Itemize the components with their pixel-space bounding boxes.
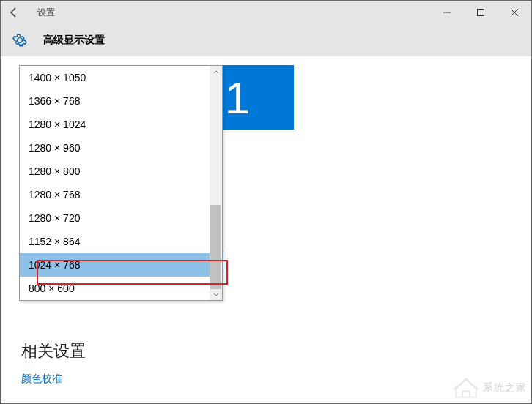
maximize-icon (476, 8, 485, 17)
svg-rect-1 (478, 10, 484, 16)
resolution-option[interactable]: 1400 × 1050 (20, 66, 222, 89)
watermark: 系统之家 (454, 377, 527, 399)
watermark-text: 系统之家 (483, 381, 527, 394)
related-settings-heading: 相关设置 (21, 340, 86, 362)
close-button[interactable] (498, 1, 531, 24)
resolution-option[interactable]: 1280 × 960 (20, 136, 222, 160)
scrollbar-thumb[interactable] (210, 205, 221, 289)
resolution-option[interactable]: 800 × 600 (20, 277, 222, 300)
dropdown-list: 1400 × 1050 1366 × 768 1280 × 1024 1280 … (20, 66, 222, 300)
chevron-up-icon (213, 70, 219, 75)
arrow-left-icon (8, 7, 20, 18)
dropdown-scrollbar[interactable] (210, 66, 222, 300)
page-title: 高级显示设置 (43, 34, 105, 47)
resolution-option-selected[interactable]: 1024 × 768 (20, 253, 222, 277)
minimize-button[interactable] (430, 1, 464, 24)
gear-icon (12, 33, 27, 48)
resolution-dropdown[interactable]: 1400 × 1050 1366 × 768 1280 × 1024 1280 … (19, 65, 223, 301)
resolution-option[interactable]: 1280 × 800 (20, 160, 222, 183)
color-calibration-link[interactable]: 颜色校准 (21, 373, 62, 386)
content-area: 1 1400 × 1050 1366 × 768 1280 × 1024 128… (1, 56, 531, 403)
resolution-option[interactable]: 1152 × 864 (20, 230, 222, 253)
window-title: 设置 (37, 7, 55, 19)
back-button[interactable] (1, 1, 27, 24)
titlebar: 设置 (1, 1, 531, 24)
resolution-option[interactable]: 1280 × 720 (20, 206, 222, 230)
house-icon (454, 377, 479, 399)
scroll-down-button[interactable] (210, 288, 222, 300)
close-icon (510, 8, 519, 17)
resolution-option[interactable]: 1366 × 768 (20, 89, 222, 113)
resolution-option[interactable]: 1280 × 768 (20, 183, 222, 206)
maximize-button[interactable] (464, 1, 498, 24)
subheader: 高级显示设置 (1, 24, 531, 56)
chevron-down-icon (213, 291, 219, 297)
minimize-icon (443, 8, 451, 17)
display-number: 1 (225, 72, 250, 124)
scroll-up-button[interactable] (210, 66, 222, 78)
window-controls (430, 1, 531, 24)
resolution-option[interactable]: 1280 × 1024 (20, 113, 222, 136)
